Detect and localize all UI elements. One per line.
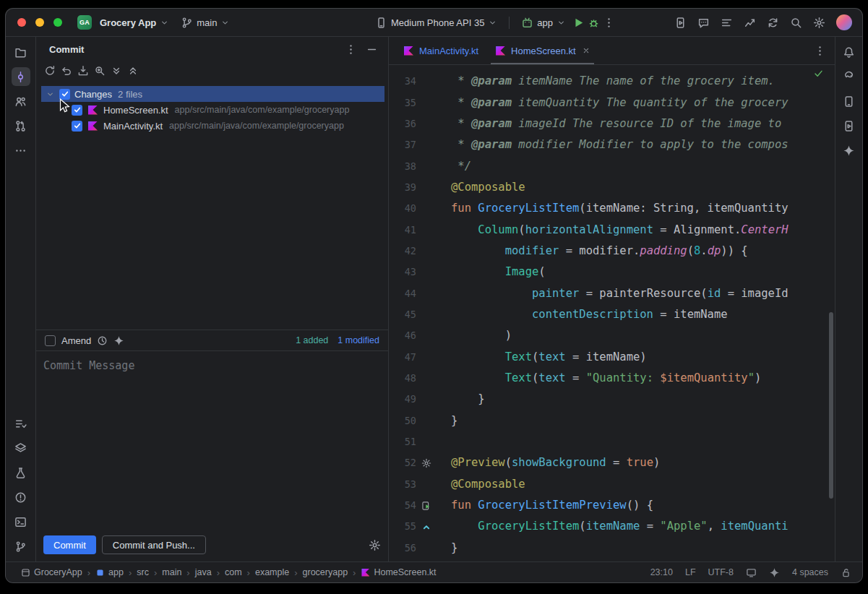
hide-panel-icon[interactable]	[366, 43, 378, 56]
ai-commit-message-icon[interactable]	[113, 335, 124, 346]
file-row[interactable]: MainActivity.ktapp/src/main/java/com/exa…	[36, 118, 388, 134]
line-number: 42	[389, 241, 416, 262]
file-checkbox[interactable]	[72, 121, 82, 132]
chevron-down-icon[interactable]	[46, 90, 55, 99]
more-tools-button[interactable]	[12, 141, 30, 160]
run-button[interactable]	[572, 17, 585, 29]
ai-status-icon[interactable]	[769, 567, 780, 578]
more-run-actions-icon[interactable]	[603, 17, 615, 29]
breadcrumb-item[interactable]: java	[195, 567, 212, 577]
amend-checkbox[interactable]	[45, 335, 56, 346]
breadcrumb-item[interactable]: app	[95, 567, 124, 577]
file-encoding[interactable]: UTF-8	[708, 567, 734, 577]
run-preview-icon[interactable]	[421, 501, 431, 511]
terminal-button[interactable]	[12, 512, 30, 531]
resource-manager-button[interactable]	[12, 439, 30, 457]
changes-checkbox[interactable]	[59, 89, 70, 100]
code-line: 40fun GroceryListItem(itemName: String, …	[389, 198, 835, 219]
commit-history-icon[interactable]	[97, 335, 108, 346]
breadcrumb-item[interactable]: example	[255, 567, 289, 577]
indent-setting[interactable]: 4 spaces	[792, 567, 828, 577]
avatar[interactable]	[836, 14, 852, 30]
preview-diff-icon[interactable]	[94, 65, 106, 77]
line-separator[interactable]: LF	[685, 567, 696, 577]
collab-button[interactable]	[12, 92, 30, 111]
line-number: 48	[389, 368, 416, 389]
branch-menu[interactable]: main	[177, 14, 233, 32]
close-window-button[interactable]	[17, 18, 26, 27]
commit-settings-icon[interactable]	[369, 539, 381, 551]
gutter	[416, 71, 437, 92]
editor-tabs-options-icon[interactable]	[814, 45, 826, 57]
file-name: MainActivity.kt	[103, 121, 163, 132]
settings-icon[interactable]	[813, 17, 825, 29]
version-control-button[interactable]	[12, 537, 30, 556]
gemini-icon	[843, 145, 855, 157]
file-path: app/src/main/java/com/example/groceryapp	[169, 121, 344, 131]
problems-button[interactable]	[12, 488, 30, 507]
breadcrumb-item[interactable]: GroceryApp	[21, 567, 82, 577]
debug-button[interactable]	[588, 17, 600, 29]
breadcrumb-item[interactable]: main	[162, 567, 181, 577]
breadcrumb-item[interactable]: src	[137, 567, 149, 577]
running-devices-icon[interactable]	[674, 17, 687, 29]
sync-icon[interactable]	[767, 17, 779, 29]
breadcrumb-item[interactable]: groceryapp	[303, 567, 348, 577]
project-menu[interactable]: Grocery App	[96, 14, 173, 31]
file-checkbox[interactable]	[72, 105, 82, 116]
changes-root-row[interactable]: Changes 2 files	[41, 86, 384, 102]
editor-tab[interactable]: HomeScreen.kt	[486, 37, 598, 64]
app-insights-icon[interactable]	[744, 17, 756, 29]
project-name: Grocery App	[100, 17, 156, 28]
caret-position[interactable]: 23:10	[650, 567, 673, 577]
zoom-window-button[interactable]	[53, 18, 62, 27]
pull-requests-button[interactable]	[12, 116, 30, 135]
search-icon[interactable]	[790, 17, 802, 29]
notifications-button[interactable]	[840, 43, 859, 61]
device-manager-button[interactable]	[840, 92, 859, 111]
code-editor[interactable]: 33 *34 * @param itemName The name of the…	[389, 65, 835, 561]
tool-window-bar-right	[835, 37, 862, 561]
editor-tab[interactable]: MainActivity.kt	[395, 37, 486, 64]
code-line: 50}	[389, 410, 835, 431]
terminal-icon	[14, 516, 27, 528]
write-access-icon[interactable]	[841, 567, 851, 578]
studio-bot-icon[interactable]	[697, 17, 710, 29]
commit-message-input[interactable]: Commit Message	[36, 350, 388, 528]
inspection-ok-icon[interactable]	[813, 68, 824, 79]
commit-options-icon[interactable]	[345, 43, 357, 56]
commit-tool-button[interactable]	[12, 67, 30, 86]
logcat-icon[interactable]	[721, 17, 733, 29]
project-folder-button[interactable]	[12, 43, 30, 61]
run-configuration-selector[interactable]: app	[517, 14, 570, 32]
close-tab-icon[interactable]	[582, 46, 590, 55]
shelve-icon[interactable]	[77, 65, 89, 77]
commit-and-push-button[interactable]: Commit and Push...	[102, 535, 206, 554]
line-number: 53	[389, 474, 416, 495]
running-devices-button[interactable]	[840, 116, 859, 135]
commit-button[interactable]: Commit	[43, 535, 96, 554]
gradle-button[interactable]	[840, 67, 859, 86]
refresh-icon[interactable]	[44, 65, 56, 77]
app-inspection-button[interactable]	[12, 463, 30, 482]
gutter	[416, 283, 437, 304]
gear-icon[interactable]	[421, 458, 431, 468]
line-number: 38	[389, 156, 416, 177]
minimize-window-button[interactable]	[35, 18, 44, 27]
device-selector[interactable]: Medium Phone API 35	[371, 14, 501, 32]
file-row[interactable]: HomeScreen.ktapp/src/main/java/com/examp…	[36, 102, 388, 118]
code-text: */	[437, 156, 471, 177]
screen-layout-icon[interactable]	[746, 567, 757, 578]
collapse-gutter-icon[interactable]	[421, 522, 431, 532]
gemini-button[interactable]	[840, 141, 859, 160]
rollback-icon[interactable]	[61, 65, 72, 77]
expand-all-icon[interactable]	[111, 65, 122, 77]
editor-scrollbar[interactable]	[829, 312, 833, 499]
breadcrumb-item[interactable]: HomeScreen.kt	[361, 567, 436, 577]
changes-files: HomeScreen.ktapp/src/main/java/com/examp…	[36, 102, 388, 134]
commit-panel-header: Commit	[36, 37, 388, 61]
breadcrumb-item[interactable]: com	[225, 567, 242, 577]
todo-button[interactable]	[12, 414, 30, 433]
collapse-all-icon[interactable]	[127, 65, 139, 77]
commit-tool-icon	[14, 71, 27, 83]
